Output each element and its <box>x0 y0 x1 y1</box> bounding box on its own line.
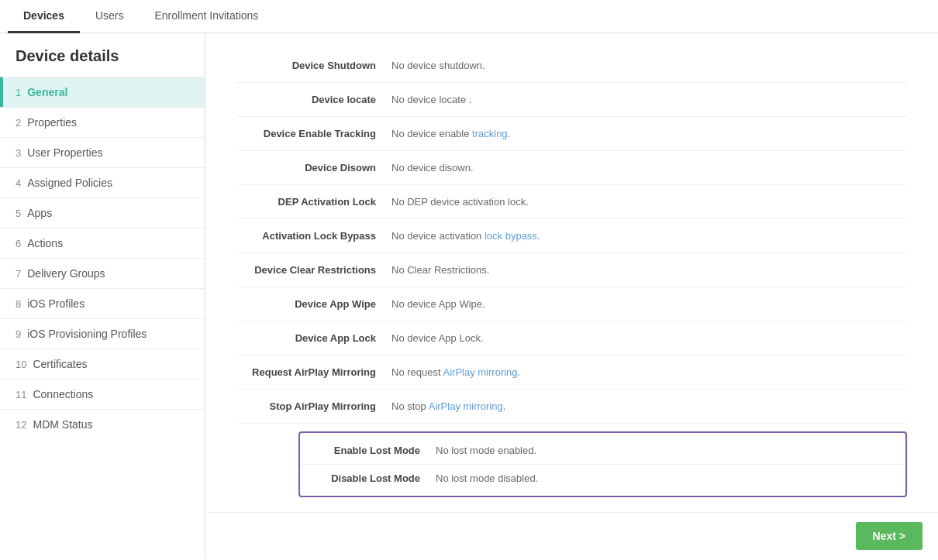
sidebar-num-4: 4 <box>16 177 21 189</box>
label-device-locate: Device locate <box>236 94 391 105</box>
sidebar-item-mdm-status[interactable]: 12 MDM Status <box>0 409 205 439</box>
value-stop-airplay: No stop AirPlay mirroring. <box>391 400 505 412</box>
value-disable-lost-mode: No lost mode disabled. <box>436 472 538 484</box>
sidebar-label-ios-profiles: iOS Profiles <box>27 297 84 310</box>
content-inner: Device Shutdown No device shutdown. Devi… <box>236 49 907 551</box>
sidebar-num-9: 9 <box>16 328 21 340</box>
next-button[interactable]: Next > <box>856 522 922 550</box>
sidebar-item-apps[interactable]: 5 Apps <box>0 198 205 228</box>
sidebar-title: Device details <box>0 33 205 77</box>
sidebar-item-user-properties[interactable]: 3 User Properties <box>0 137 205 167</box>
value-device-shutdown: No device shutdown. <box>391 60 485 71</box>
label-stop-airplay: Stop AirPlay Mirroring <box>236 400 391 412</box>
row-dep-activation-lock: DEP Activation Lock No DEP device activa… <box>236 185 907 219</box>
sidebar-label-mdm-status: MDM Status <box>33 418 92 431</box>
content-area: Device Shutdown No device shutdown. Devi… <box>205 33 938 559</box>
value-device-locate: No device locate . <box>391 94 471 105</box>
sidebar-item-ios-profiles[interactable]: 8 iOS Profiles <box>0 288 205 318</box>
main-layout: Device details 1 General 2 Properties 3 … <box>0 33 938 559</box>
label-enable-lost-mode: Enable Lost Mode <box>312 445 436 456</box>
sidebar-num-1: 1 <box>16 87 21 98</box>
label-disable-lost-mode: Disable Lost Mode <box>312 472 436 484</box>
sidebar-item-actions[interactable]: 6 Actions <box>0 228 205 258</box>
tab-users[interactable]: Users <box>80 0 140 33</box>
sidebar-num-5: 5 <box>16 208 21 219</box>
label-activation-lock-bypass: Activation Lock Bypass <box>236 230 391 242</box>
sidebar-label-user-properties: User Properties <box>27 146 102 159</box>
sidebar-label-certificates: Certificates <box>33 358 87 370</box>
sidebar-num-12: 12 <box>16 419 26 431</box>
value-device-enable-tracking: No device enable tracking. <box>391 128 510 139</box>
sidebar-num-3: 3 <box>16 147 21 159</box>
label-device-clear-restrictions: Device Clear Restrictions <box>236 264 391 276</box>
airplay-mirroring-link[interactable]: AirPlay mirroring <box>443 366 518 378</box>
sidebar-num-11: 11 <box>16 389 26 400</box>
label-device-disown: Device Disown <box>236 162 391 173</box>
sidebar-label-properties: Properties <box>27 116 77 129</box>
sidebar-item-ios-provisioning[interactable]: 9 iOS Provisioning Profiles <box>0 318 205 349</box>
sidebar-label-ios-provisioning: iOS Provisioning Profiles <box>27 328 147 340</box>
sidebar-item-delivery-groups[interactable]: 7 Delivery Groups <box>0 258 205 288</box>
tab-enrollment[interactable]: Enrollment Invitations <box>140 0 274 33</box>
value-enable-lost-mode: No lost mode enabled. <box>436 445 536 456</box>
row-device-shutdown: Device Shutdown No device shutdown. <box>236 49 907 83</box>
label-dep-activation-lock: DEP Activation Lock <box>236 196 391 208</box>
row-device-app-lock: Device App Lock No device App Lock. <box>236 321 907 356</box>
sidebar-label-assigned-policies: Assigned Policies <box>27 177 112 189</box>
sidebar-label-connections: Connections <box>33 388 93 400</box>
sidebar-num-7: 7 <box>16 268 21 280</box>
row-disable-lost-mode: Disable Lost Mode No lost mode disabled. <box>300 465 905 492</box>
value-device-app-lock: No device App Lock. <box>391 332 484 344</box>
row-enable-lost-mode: Enable Lost Mode No lost mode enabled. <box>300 437 905 465</box>
stop-airplay-link[interactable]: AirPlay mirroring <box>429 400 503 412</box>
row-device-enable-tracking: Device Enable Tracking No device enable … <box>236 117 907 151</box>
row-stop-airplay: Stop AirPlay Mirroring No stop AirPlay m… <box>236 390 907 424</box>
value-device-clear-restrictions: No Clear Restrictions. <box>391 264 489 276</box>
sidebar-num-8: 8 <box>16 298 21 310</box>
sidebar-item-connections[interactable]: 11 Connections <box>0 379 205 409</box>
sidebar: Device details 1 General 2 Properties 3 … <box>0 33 205 559</box>
sidebar-label-apps: Apps <box>27 207 52 219</box>
sidebar-item-general[interactable]: 1 General <box>0 77 205 107</box>
value-request-airplay: No request AirPlay mirroring. <box>391 366 520 378</box>
label-device-app-lock: Device App Lock <box>236 332 391 344</box>
value-device-disown: No device disown. <box>391 162 474 173</box>
row-device-disown: Device Disown No device disown. <box>236 151 907 185</box>
sidebar-label-delivery-groups: Delivery Groups <box>27 267 105 280</box>
row-device-app-wipe: Device App Wipe No device App Wipe. <box>236 287 907 321</box>
sidebar-label-general: General <box>27 86 67 98</box>
tab-devices[interactable]: Devices <box>8 0 80 33</box>
sidebar-num-10: 10 <box>16 359 26 370</box>
lock-bypass-link[interactable]: lock bypass <box>485 230 537 242</box>
row-device-locate: Device locate No device locate . <box>236 83 907 117</box>
sidebar-num-6: 6 <box>16 238 21 249</box>
tracking-link[interactable]: tracking <box>472 128 508 139</box>
label-request-airplay: Request AirPlay Mirroring <box>236 366 391 378</box>
label-device-app-wipe: Device App Wipe <box>236 298 391 310</box>
sidebar-item-assigned-policies[interactable]: 4 Assigned Policies <box>0 167 205 198</box>
row-request-airplay: Request AirPlay Mirroring No request Air… <box>236 356 907 390</box>
value-device-app-wipe: No device App Wipe. <box>391 298 485 310</box>
sidebar-item-properties[interactable]: 2 Properties <box>0 107 205 137</box>
footer-bar: Next > <box>205 512 938 559</box>
value-activation-lock-bypass: No device activation lock bypass. <box>391 230 540 242</box>
lost-mode-box: Enable Lost Mode No lost mode enabled. D… <box>298 431 907 497</box>
sidebar-label-actions: Actions <box>27 237 63 249</box>
value-dep-activation-lock: No DEP device activation lock. <box>391 196 529 208</box>
top-nav: Devices Users Enrollment Invitations <box>0 0 938 33</box>
sidebar-num-2: 2 <box>16 117 21 129</box>
label-device-enable-tracking: Device Enable Tracking <box>236 128 391 139</box>
row-activation-lock-bypass: Activation Lock Bypass No device activat… <box>236 219 907 253</box>
sidebar-item-certificates[interactable]: 10 Certificates <box>0 349 205 379</box>
label-device-shutdown: Device Shutdown <box>236 60 391 71</box>
row-device-clear-restrictions: Device Clear Restrictions No Clear Restr… <box>236 253 907 287</box>
